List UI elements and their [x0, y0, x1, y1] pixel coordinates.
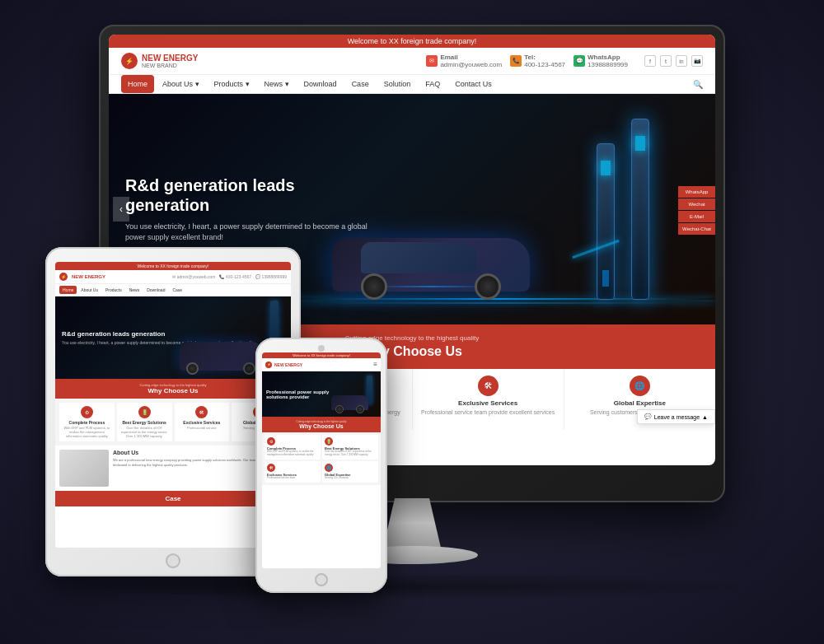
nav-faq[interactable]: FAQ	[419, 75, 447, 93]
phone-card-3: 🛠 Exclusive Services Professional servic…	[265, 461, 321, 483]
side-btn-wechat-chat[interactable]: Wechat-Chat	[678, 223, 715, 235]
leave-message-button[interactable]: 💬 Leave a message ▲	[637, 409, 715, 424]
tab-card-2-text: Over the decades of IOT experience at th…	[120, 426, 169, 438]
why-card-4-title: Global Expertise	[571, 399, 709, 407]
tab-card-1: ⚙ Complete Process With ERP and PLM syst…	[59, 403, 115, 441]
car-wheel-rear	[361, 273, 387, 300]
phone-why-cards: ⚙ Complete Process With ERP and PLM syst…	[262, 432, 381, 485]
tab-card-1-text: With ERP and PLM systems, to realize the…	[63, 426, 111, 438]
tab-card-3-text: Professional service	[178, 426, 227, 430]
facebook-icon[interactable]: f	[644, 55, 656, 67]
whatsapp-icon: 💬	[574, 55, 585, 67]
phone-camera	[318, 345, 325, 352]
phone-header: ⚡ NEW ENERGY ≡	[262, 358, 381, 371]
tab-nav-products[interactable]: Products	[102, 286, 125, 294]
phone-card-4-text: Serving 50+ countries	[325, 477, 376, 480]
nav-download[interactable]: Download	[297, 75, 344, 93]
phone-menu-icon[interactable]: ≡	[373, 361, 377, 368]
ground-shadow	[82, 574, 742, 599]
phone-topbar: Welcome to XX foreign trade company!	[262, 352, 381, 358]
phone-topbar-text: Welcome to XX foreign trade company!	[293, 353, 350, 357]
phone-logo-icon: ⚡	[265, 362, 272, 368]
phone-card-1: ⚙ Complete Process With ERP and PLM syst…	[265, 435, 321, 460]
tab-card-2-title: Best Energy Solutions	[120, 420, 169, 425]
hero-subtitle: You use electricity, I heart, a power su…	[125, 222, 372, 242]
nav-contact[interactable]: Contact Us	[448, 75, 499, 93]
tab-nav-home[interactable]: Home	[59, 286, 77, 294]
side-btn-wechat[interactable]: Wechat	[678, 198, 715, 210]
tab-card-3-icon: 🛠	[195, 406, 208, 418]
phone-card-2-text: Over the decades of IOT experience at th…	[325, 450, 376, 457]
phone-home-button[interactable]	[315, 573, 328, 586]
phone-card-1-text: With ERP and PLM systems, to realize the…	[267, 450, 318, 457]
leave-msg-text: Leave a message	[654, 414, 700, 420]
site-header: ⚡ NEW ENERGY NEW BRAND ✉	[109, 48, 715, 75]
tab-nav-download[interactable]: Download	[143, 286, 168, 294]
tab-card-3-title: Exclusive Services	[178, 420, 227, 425]
phone-card-2-icon: 🔋	[325, 437, 333, 446]
tab-nav: Home About Us Products News Download Cas…	[55, 284, 291, 296]
charger-unit-right	[631, 119, 649, 300]
nav-products[interactable]: Products ▾	[208, 75, 256, 93]
phone-car	[331, 395, 368, 410]
why-card-4-icon: 🌐	[630, 376, 650, 396]
tel-icon: 📞	[510, 55, 522, 67]
car-wheel-front	[475, 273, 501, 300]
tab-logo-text: NEW ENERGY	[72, 274, 105, 279]
tab-card-2-icon: 🔋	[138, 406, 151, 418]
phone-website: Welcome to XX foreign trade company! ⚡ N…	[262, 352, 381, 568]
phone-card-3-text: Professional service team	[267, 477, 318, 480]
tab-nav-about[interactable]: About Us	[77, 286, 101, 294]
phone-hero: Professional power supply solutions prov…	[262, 371, 381, 417]
phone-car-wheel-rear	[335, 405, 344, 413]
why-card-3: 🛠 Exclusive Services Professional servic…	[413, 369, 564, 430]
phone-screen-bezel: Welcome to XX foreign trade company! ⚡ N…	[262, 352, 381, 568]
phone-hero-title: Professional power supply solutions prov…	[266, 390, 332, 399]
hero-prev-button[interactable]: ‹	[113, 197, 129, 222]
site-nav: Home About Us ▾ Products ▾ News ▾ Downlo…	[109, 75, 715, 94]
tab-nav-case[interactable]: Case	[169, 286, 185, 294]
phone-logo: NEW ENERGY	[274, 362, 302, 367]
contact-tel: 📞 Tel: 400-123-4567	[510, 54, 565, 68]
charger-unit-left	[597, 143, 615, 300]
tablet-home-button[interactable]	[166, 553, 180, 568]
tab-car-wheel-rear	[186, 362, 199, 375]
contact-email: ✉ Email admin@youweb.com	[426, 54, 502, 68]
tab-nav-news[interactable]: News	[126, 286, 143, 294]
nav-solution[interactable]: Solution	[377, 75, 418, 93]
tab-car	[180, 342, 262, 371]
topbar-text: Welcome to XX foreign trade company!	[348, 37, 476, 45]
phone-card-2: 🔋 Best Energy Solutions Over the decades…	[322, 435, 378, 460]
instagram-icon[interactable]: 📷	[691, 55, 703, 67]
side-btn-email[interactable]: E-Mail	[678, 211, 715, 222]
tab-card-1-icon: ⚙	[81, 406, 93, 418]
header-contact: ✉ Email admin@youweb.com 📞 Tel	[426, 54, 703, 68]
social-icons: f t in 📷	[644, 55, 703, 67]
tab-contact: ✉ admin@youweb.com 📞 400-123-4567 💬 1398…	[172, 274, 287, 279]
monitor-stand-neck	[383, 498, 441, 548]
charger-connector	[602, 270, 609, 287]
car-roof	[361, 242, 476, 273]
nav-search-icon[interactable]: 🔍	[693, 80, 703, 89]
leave-msg-chevron: ▲	[702, 414, 708, 420]
tab-topbar-text: Welcome to XX foreign trade company!	[138, 264, 209, 268]
charger-towers	[597, 119, 649, 300]
phone-card-1-icon: ⚙	[267, 437, 275, 446]
nav-about[interactable]: About Us ▾	[156, 75, 206, 93]
side-float-buttons: WhatsApp Wechat E-Mail Wechat-Chat	[678, 186, 715, 235]
car-underglow	[372, 286, 490, 287]
linkedin-icon[interactable]: in	[676, 55, 687, 67]
nav-news[interactable]: News ▾	[258, 75, 296, 93]
phone-hero-image	[331, 376, 377, 413]
tab-card-1-title: Complete Process	[63, 420, 111, 425]
phone-why-title: Why Choose Us	[265, 423, 377, 429]
nav-case[interactable]: Case	[345, 75, 376, 93]
side-btn-whatsapp[interactable]: WhatsApp	[678, 186, 715, 198]
hero-title: R&d generation leads generation	[125, 175, 372, 215]
twitter-icon[interactable]: t	[660, 55, 672, 67]
nav-home[interactable]: Home	[121, 75, 154, 93]
leave-msg-icon: 💬	[644, 413, 652, 420]
tab-case-title: Case	[59, 495, 287, 502]
phone-card-3-icon: 🛠	[267, 464, 275, 472]
why-card-3-icon: 🛠	[478, 376, 499, 396]
